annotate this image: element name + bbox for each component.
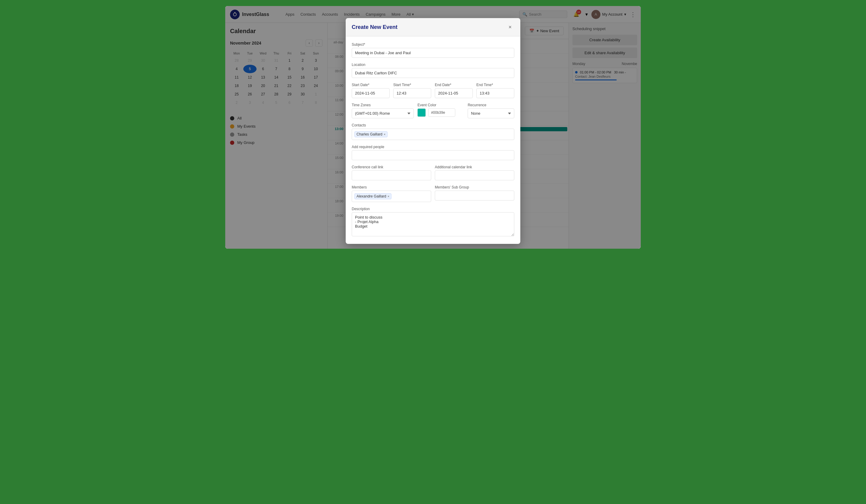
members-tag-input[interactable]: Alexandre Gaillard × — [352, 191, 431, 202]
timezone-label: Time Zones — [352, 103, 414, 107]
modal-body: Subject* Location Start Date* Start Time… — [346, 36, 520, 244]
contacts-group: Contacts Charles Gaillard × — [352, 123, 514, 140]
end-time-label: End Time* — [476, 83, 514, 87]
modal-overlay[interactable]: Create New Event × Subject* Location S — [225, 6, 641, 249]
color-swatch[interactable] — [417, 108, 426, 117]
description-group: Description Point to discuss - Projet Al… — [352, 207, 514, 237]
event-color-group: Event Color — [417, 103, 464, 118]
end-time-input[interactable] — [476, 88, 514, 98]
members-subgroup-label: Members' Sub Group — [435, 185, 514, 189]
required-people-group: Add required people — [352, 145, 514, 160]
start-time-label: Start Time* — [393, 83, 431, 87]
end-date-group: End Date* — [435, 83, 473, 98]
member-tag-remove[interactable]: × — [388, 194, 389, 198]
start-date-group: Start Date* — [352, 83, 390, 98]
member-tag-alexandre[interactable]: Alexandre Gaillard × — [354, 193, 391, 199]
timezone-group: Time Zones (GMT+01:00) Rome — [352, 103, 414, 118]
end-date-label: End Date* — [435, 83, 473, 87]
subject-input[interactable] — [352, 48, 514, 58]
description-label: Description — [352, 207, 514, 211]
links-row: Conference call link Additional calendar… — [352, 165, 514, 185]
members-group: Members Alexandre Gaillard × — [352, 185, 431, 202]
contact-tag-charles[interactable]: Charles Gaillard × — [354, 131, 388, 137]
create-event-modal: Create New Event × Subject* Location S — [346, 18, 520, 244]
modal-title: Create New Event — [352, 24, 398, 31]
end-time-group: End Time* — [476, 83, 514, 98]
start-time-input[interactable] — [393, 88, 431, 98]
members-row: Members Alexandre Gaillard × Members' Su… — [352, 185, 514, 207]
recurrence-group: Recurrence None — [468, 103, 514, 118]
contact-tag-label: Charles Gaillard — [356, 132, 382, 136]
contact-tag-remove[interactable]: × — [384, 133, 386, 136]
location-input[interactable] — [352, 68, 514, 78]
location-label: Location — [352, 63, 514, 67]
additional-calendar-group: Additional calendar link — [435, 165, 514, 180]
member-tag-label: Alexandre Gaillard — [356, 194, 386, 199]
contacts-label: Contacts — [352, 123, 514, 127]
start-date-label: Start Date* — [352, 83, 390, 87]
description-textarea[interactable]: Point to discuss - Projet Alpha Budget — [352, 212, 514, 236]
timezone-select[interactable]: (GMT+01:00) Rome — [352, 108, 414, 118]
members-subgroup-group: Members' Sub Group — [435, 185, 514, 202]
additional-calendar-label: Additional calendar link — [435, 165, 514, 169]
app-container: InvestGlass Apps Contacts Accounts Incid… — [225, 6, 641, 249]
members-subgroup-input[interactable] — [435, 191, 514, 201]
conference-call-label: Conference call link — [352, 165, 431, 169]
recurrence-select[interactable]: None — [468, 108, 514, 118]
modal-header: Create New Event × — [346, 18, 520, 36]
conference-call-input[interactable] — [352, 170, 431, 180]
contacts-tag-input[interactable]: Charles Gaillard × — [352, 128, 514, 140]
tz-color-recurrence-row: Time Zones (GMT+01:00) Rome Event Color — [352, 103, 514, 123]
color-hex-input[interactable] — [428, 108, 455, 117]
location-group: Location — [352, 63, 514, 78]
required-people-input[interactable] — [352, 150, 514, 160]
datetime-row: Start Date* Start Time* End Date* End Ti… — [352, 83, 514, 103]
required-people-label: Add required people — [352, 145, 514, 149]
start-time-group: Start Time* — [393, 83, 431, 98]
additional-calendar-input[interactable] — [435, 170, 514, 180]
recurrence-label: Recurrence — [468, 103, 514, 107]
subject-label: Subject* — [352, 43, 514, 47]
subject-group: Subject* — [352, 43, 514, 58]
members-label: Members — [352, 185, 431, 189]
color-picker-row — [417, 108, 464, 117]
start-date-input[interactable] — [352, 88, 390, 98]
modal-close-button[interactable]: × — [506, 23, 514, 31]
end-date-input[interactable] — [435, 88, 473, 98]
conference-call-group: Conference call link — [352, 165, 431, 180]
event-color-label: Event Color — [417, 103, 464, 107]
